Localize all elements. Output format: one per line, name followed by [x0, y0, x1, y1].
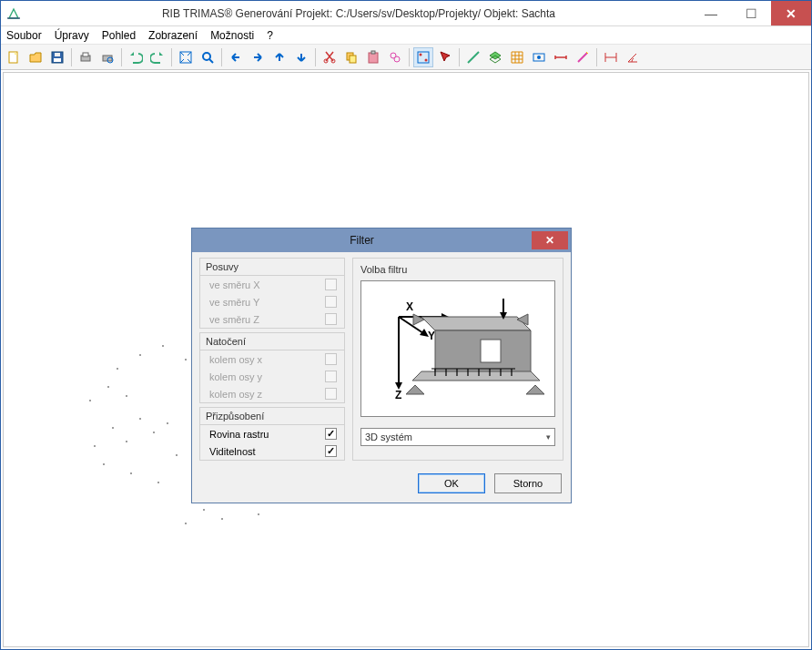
- print-preview-icon[interactable]: [97, 47, 117, 67]
- svg-text:X: X: [406, 300, 413, 313]
- filter-type-select[interactable]: 3D systém ▾: [360, 428, 555, 446]
- svg-line-27: [468, 52, 479, 63]
- svg-point-26: [425, 58, 428, 61]
- workspace: Filter ✕ Posuvy ve směru X ve směru Y ve…: [3, 72, 809, 647]
- select-icon[interactable]: [413, 47, 433, 67]
- arrow-left-icon[interactable]: [226, 47, 246, 67]
- svg-point-47: [162, 345, 164, 347]
- svg-point-40: [130, 472, 132, 474]
- storno-button[interactable]: Storno: [494, 473, 562, 493]
- paste-icon[interactable]: [363, 47, 383, 67]
- svg-text:Y: Y: [428, 330, 435, 342]
- svg-point-38: [167, 422, 168, 424]
- label: Rovina rastru: [209, 429, 269, 440]
- svg-point-56: [126, 395, 127, 397]
- svg-rect-21: [371, 51, 375, 54]
- grid-icon[interactable]: [507, 47, 527, 67]
- dimension-icon[interactable]: [601, 47, 621, 67]
- menu-item[interactable]: Možnosti: [210, 29, 254, 42]
- label: kolem osy y: [209, 371, 262, 382]
- group-title: Přizpůsobení: [200, 408, 344, 425]
- dialog-close-button[interactable]: ✕: [532, 231, 568, 249]
- undo-icon[interactable]: [126, 47, 146, 67]
- wand-icon[interactable]: [573, 47, 593, 67]
- svg-marker-0: [9, 9, 18, 18]
- svg-text:Z: Z: [395, 389, 401, 401]
- select-value: 3D systém: [365, 432, 412, 442]
- svg-point-46: [139, 354, 141, 356]
- copy-icon[interactable]: [341, 47, 361, 67]
- svg-rect-68: [481, 340, 501, 362]
- print-icon[interactable]: [76, 47, 96, 67]
- menu-item[interactable]: Zobrazení: [148, 29, 198, 42]
- svg-point-34: [112, 427, 114, 429]
- svg-rect-20: [369, 53, 378, 63]
- arrow-right-icon[interactable]: [248, 47, 268, 67]
- pointer-icon[interactable]: [435, 47, 455, 67]
- find-icon[interactable]: [385, 47, 405, 67]
- angle-icon[interactable]: [623, 47, 643, 67]
- svg-point-48: [185, 359, 187, 361]
- svg-marker-69: [412, 371, 540, 381]
- svg-point-14: [203, 53, 210, 60]
- maximize-button[interactable]: ☐: [731, 1, 771, 25]
- svg-point-33: [94, 445, 96, 447]
- svg-point-53: [185, 523, 187, 524]
- svg-point-50: [258, 513, 259, 515]
- group-title: Natočení: [200, 333, 344, 350]
- svg-rect-5: [54, 58, 61, 62]
- window-title: RIB TRIMAS® Generování Projekt: C:/Users…: [26, 7, 691, 20]
- svg-line-15: [209, 59, 213, 63]
- svg-marker-66: [421, 317, 531, 330]
- checkbox-posuv-x[interactable]: [325, 279, 337, 290]
- label: ve směru Y: [209, 297, 259, 308]
- checkbox-rot-y[interactable]: [325, 371, 337, 382]
- line-tool-icon[interactable]: [463, 47, 483, 67]
- save-icon[interactable]: [47, 47, 67, 67]
- label: kolem osy z: [209, 389, 262, 400]
- svg-marker-81: [406, 385, 424, 394]
- checkbox-rot-x[interactable]: [325, 353, 337, 365]
- menu-item[interactable]: Pohled: [102, 29, 136, 42]
- arrow-down-icon[interactable]: [291, 47, 311, 67]
- checkbox-rovina-rastru[interactable]: [325, 428, 337, 440]
- checkbox-posuv-z[interactable]: [325, 313, 337, 325]
- svg-point-52: [203, 509, 205, 511]
- ok-button[interactable]: OK: [418, 473, 485, 493]
- label: Viditelnost: [209, 446, 256, 457]
- zoom-icon[interactable]: [198, 47, 218, 67]
- fit-icon[interactable]: [176, 47, 196, 67]
- checkbox-posuv-y[interactable]: [325, 296, 337, 308]
- group-prizpusobeni: Přizpůsobení Rovina rastru Viditelnost: [199, 407, 345, 461]
- open-icon[interactable]: [25, 47, 46, 67]
- close-button[interactable]: ✕: [771, 1, 811, 25]
- menu-item[interactable]: Soubor: [6, 29, 42, 42]
- minimize-button[interactable]: —: [691, 1, 731, 25]
- view-icon[interactable]: [529, 47, 549, 67]
- svg-rect-8: [83, 53, 88, 56]
- chevron-down-icon: ▾: [546, 432, 551, 442]
- measure-icon[interactable]: [551, 47, 571, 67]
- dialog-title: Filter: [192, 234, 532, 247]
- app-icon: [1, 6, 26, 21]
- svg-point-35: [126, 441, 127, 442]
- redo-icon[interactable]: [147, 47, 167, 67]
- svg-point-51: [221, 518, 223, 520]
- svg-point-55: [107, 386, 109, 388]
- menu-item[interactable]: Úpravy: [55, 29, 89, 42]
- svg-marker-84: [413, 314, 424, 325]
- checkbox-rot-z[interactable]: [325, 388, 337, 400]
- svg-point-54: [89, 400, 91, 401]
- svg-point-39: [103, 463, 105, 465]
- new-icon[interactable]: [4, 47, 24, 67]
- menu-item[interactable]: ?: [267, 29, 273, 42]
- dialog-titlebar[interactable]: Filter ✕: [192, 229, 571, 252]
- arrow-up-icon[interactable]: [269, 47, 289, 67]
- label: kolem osy x: [209, 354, 262, 365]
- cut-icon[interactable]: [320, 47, 340, 67]
- layer-icon[interactable]: [485, 47, 505, 67]
- svg-point-25: [420, 53, 422, 56]
- svg-rect-6: [55, 53, 60, 56]
- checkbox-viditelnost[interactable]: [325, 445, 337, 457]
- group-natoceni: Natočení kolem osy x kolem osy y kolem o…: [199, 332, 345, 403]
